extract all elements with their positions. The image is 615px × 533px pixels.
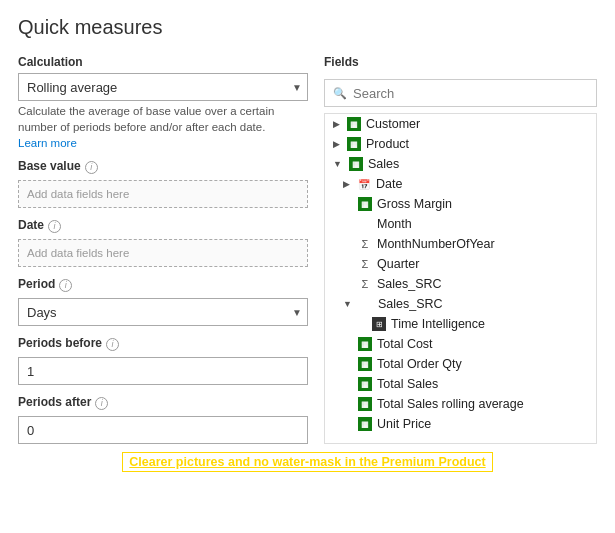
periods-before-label-row: Periods before i: [18, 336, 308, 352]
period-select-wrapper: Days Weeks Months Quarters Years ▼: [18, 298, 308, 326]
field-item[interactable]: ▼▦Sales: [325, 154, 596, 174]
period-section: Period i Days Weeks Months Quarters Year…: [18, 277, 308, 326]
field-item[interactable]: ▦Gross Margin: [325, 194, 596, 214]
periods-after-info-icon: i: [95, 397, 108, 410]
field-item[interactable]: ▶▦Customer: [325, 114, 596, 134]
field-item[interactable]: ▶▦Product: [325, 134, 596, 154]
date-section: Date i Add data fields here: [18, 218, 308, 267]
base-value-info-icon: i: [85, 161, 98, 174]
date-label: Date: [18, 218, 44, 232]
fields-list: ▶▦Customer▶▦Product▼▦Sales▶📅Date▦Gross M…: [324, 113, 597, 444]
period-label: Period: [18, 277, 55, 291]
field-item[interactable]: ⊞Time Intelligence: [325, 314, 596, 334]
field-item-label: Sales_SRC: [378, 297, 443, 311]
periods-after-section: Periods after i: [18, 395, 308, 444]
search-input[interactable]: [353, 86, 588, 101]
field-item-label: Product: [366, 137, 409, 151]
search-icon: 🔍: [333, 87, 347, 100]
periods-before-input[interactable]: [18, 357, 308, 385]
field-item-label: Time Intelligence: [391, 317, 485, 331]
sigma-icon: Σ: [358, 277, 372, 291]
field-item-label: Total Sales rolling average: [377, 397, 524, 411]
periods-after-label: Periods after: [18, 395, 91, 409]
date-placeholder: Add data fields here: [27, 247, 129, 259]
periods-after-input[interactable]: [18, 416, 308, 444]
field-item-label: Sales_SRC: [377, 277, 442, 291]
field-item[interactable]: ▶📅Date: [325, 174, 596, 194]
date-info-icon: i: [48, 220, 61, 233]
calendar-icon: 📅: [357, 177, 371, 191]
left-panel: Calculation Rolling average Average Sum …: [18, 55, 308, 444]
base-value-section: Base value i Add data fields here: [18, 159, 308, 208]
base-value-drop-field[interactable]: Add data fields here: [18, 180, 308, 208]
chevron-right-icon: ▶: [333, 139, 340, 149]
field-item[interactable]: ▼Sales_SRC: [325, 294, 596, 314]
field-item[interactable]: ▦Total Sales rolling average: [325, 394, 596, 414]
periods-after-label-row: Periods after i: [18, 395, 308, 411]
no-icon: [358, 217, 372, 231]
period-info-icon: i: [59, 279, 72, 292]
period-select[interactable]: Days Weeks Months Quarters Years: [18, 298, 308, 326]
base-value-placeholder: Add data fields here: [27, 188, 129, 200]
field-item-label: Unit Price: [377, 417, 431, 431]
field-item[interactable]: ΣMonthNumberOfYear: [325, 234, 596, 254]
periods-before-section: Periods before i: [18, 336, 308, 385]
calculation-select-wrapper: Rolling average Average Sum Count ▼: [18, 73, 308, 101]
field-item-label: Quarter: [377, 257, 419, 271]
field-item[interactable]: ΣQuarter: [325, 254, 596, 274]
table-icon: ▦: [358, 337, 372, 351]
table-icon: ▦: [347, 117, 361, 131]
right-panel: Fields 🔍 ▶▦Customer▶▦Product▼▦Sales▶📅Dat…: [324, 55, 597, 444]
sigma-icon: Σ: [358, 257, 372, 271]
field-item[interactable]: ▦Unit Price: [325, 414, 596, 434]
field-item-label: MonthNumberOfYear: [377, 237, 495, 251]
period-label-row: Period i: [18, 277, 308, 293]
no-icon: [359, 297, 373, 311]
table-icon: ▦: [358, 397, 372, 411]
field-item[interactable]: ▦Total Cost: [325, 334, 596, 354]
page-title: Quick measures: [18, 16, 597, 39]
calculation-description: Calculate the average of base value over…: [18, 103, 308, 135]
table-icon: ▦: [358, 357, 372, 371]
periods-before-label: Periods before: [18, 336, 102, 350]
field-item-label: Date: [376, 177, 402, 191]
field-item[interactable]: Month: [325, 214, 596, 234]
table-icon: ▦: [358, 377, 372, 391]
field-item-label: Total Order Qty: [377, 357, 462, 371]
field-item-label: Total Sales: [377, 377, 438, 391]
field-item-label: Month: [377, 217, 412, 231]
calculation-label: Calculation: [18, 55, 308, 69]
watermark-text: Clearer pictures and no water-mask in th…: [122, 452, 492, 472]
table-icon: ▦: [358, 197, 372, 211]
calculation-section: Calculation Rolling average Average Sum …: [18, 55, 308, 149]
chevron-down-icon: ▼: [333, 159, 342, 169]
chevron-right-icon: ▶: [333, 119, 340, 129]
field-item[interactable]: ΣSales_SRC: [325, 274, 596, 294]
base-value-label: Base value: [18, 159, 81, 173]
base-value-label-row: Base value i: [18, 159, 308, 175]
table-icon: ▦: [349, 157, 363, 171]
calculation-select[interactable]: Rolling average Average Sum Count: [18, 73, 308, 101]
periods-before-info-icon: i: [106, 338, 119, 351]
learn-more-link[interactable]: Learn more: [18, 137, 308, 149]
chevron-right-icon: ▶: [343, 179, 350, 189]
field-item-label: Gross Margin: [377, 197, 452, 211]
sigma-icon: Σ: [358, 237, 372, 251]
watermark-bar: Clearer pictures and no water-mask in th…: [18, 444, 597, 476]
field-item[interactable]: ▦Total Order Qty: [325, 354, 596, 374]
date-drop-field[interactable]: Add data fields here: [18, 239, 308, 267]
field-item-label: Sales: [368, 157, 399, 171]
field-item-label: Total Cost: [377, 337, 433, 351]
fields-label: Fields: [324, 55, 597, 69]
field-item-label: Customer: [366, 117, 420, 131]
time-intelligence-icon: ⊞: [372, 317, 386, 331]
date-label-row: Date i: [18, 218, 308, 234]
field-item[interactable]: ▦Total Sales: [325, 374, 596, 394]
search-box: 🔍: [324, 79, 597, 107]
chevron-down-icon: ▼: [343, 299, 352, 309]
table-icon: ▦: [358, 417, 372, 431]
table-icon: ▦: [347, 137, 361, 151]
